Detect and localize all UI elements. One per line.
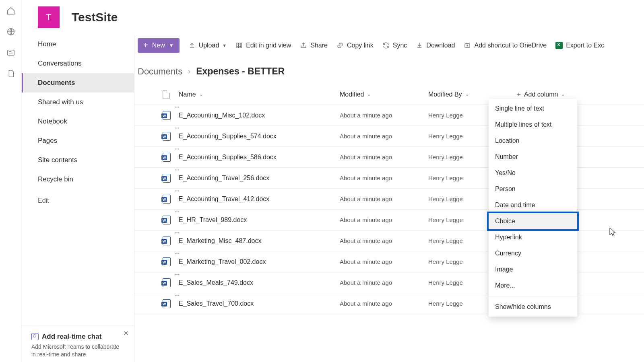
svg-rect-1 — [7, 50, 14, 56]
sidebar-item-shared-with-us[interactable]: Shared with us — [22, 93, 134, 112]
share-button[interactable]: Share — [300, 42, 328, 49]
word-file-icon — [163, 237, 171, 245]
col-modified[interactable]: Modified ⌄ — [340, 91, 428, 98]
chevron-down-icon: ▼ — [169, 43, 174, 48]
file-name[interactable]: ⁺⁺E_HR_Travel_989.docx — [179, 216, 340, 224]
menu-item-hyperlink[interactable]: Hyperlink — [489, 229, 577, 245]
doc-type-icon[interactable] — [163, 90, 170, 99]
file-modified: About a minute ago — [340, 154, 428, 160]
share-label: Share — [310, 42, 328, 49]
col-modified-by[interactable]: Modified By ⌄ — [428, 91, 517, 98]
menu-item-show-hide-columns[interactable]: Show/hide columns — [489, 299, 577, 315]
menu-item-person[interactable]: Person — [489, 181, 577, 197]
site-title[interactable]: TestSite — [72, 10, 118, 24]
chevron-down-icon: ⌄ — [367, 92, 371, 97]
files-icon[interactable] — [6, 69, 15, 78]
file-modified: About a minute ago — [340, 195, 428, 202]
sidebar-item-pages[interactable]: Pages — [22, 131, 134, 150]
word-file-icon — [163, 299, 171, 308]
add-column-button[interactable]: + Add column ⌄ — [517, 90, 644, 99]
chevron-right-icon: › — [188, 67, 190, 76]
chevron-down-icon: ⌄ — [465, 92, 469, 97]
menu-item-more-[interactable]: More... — [489, 278, 577, 294]
menu-item-date-and-time[interactable]: Date and time — [489, 197, 577, 213]
file-name[interactable]: ⁺⁺E_Accounting_Supplies_586.docx — [179, 154, 340, 161]
new-indicator-icon: ⁺⁺ — [175, 105, 180, 111]
sidebar-item-home[interactable]: Home — [22, 35, 134, 54]
file-modified: About a minute ago — [340, 258, 428, 265]
sidebar-item-conversations[interactable]: Conversations — [22, 54, 134, 73]
new-indicator-icon: ⁺⁺ — [175, 168, 180, 173]
word-file-icon — [163, 153, 171, 162]
file-modified: About a minute ago — [340, 300, 428, 307]
word-file-icon — [163, 278, 171, 287]
word-file-icon — [163, 174, 171, 183]
menu-item-location[interactable]: Location — [489, 133, 577, 149]
breadcrumb: Documents › Expenses - BETTER — [134, 56, 644, 81]
news-icon[interactable] — [6, 48, 15, 57]
breadcrumb-current: Expenses - BETTER — [196, 66, 285, 77]
menu-item-multiple-lines-of-text[interactable]: Multiple lines of text — [489, 117, 577, 133]
app-rail — [0, 0, 22, 362]
site-logo[interactable]: T — [38, 6, 60, 28]
file-name[interactable]: ⁺⁺E_Accounting_Travel_412.docx — [179, 195, 340, 203]
teams-icon — [31, 333, 39, 340]
new-indicator-icon: ⁺⁺ — [175, 252, 180, 257]
upload-button[interactable]: Upload ▼ — [188, 42, 227, 49]
download-button[interactable]: Download — [416, 42, 455, 49]
sidebar-item-site-contents[interactable]: Site contents — [22, 150, 134, 170]
file-modified: About a minute ago — [340, 175, 428, 181]
menu-item-choice[interactable]: Choice — [489, 213, 577, 229]
close-icon[interactable]: × — [124, 329, 128, 338]
file-modified: About a minute ago — [340, 279, 428, 286]
menu-item-single-line-of-text[interactable]: Single line of text — [489, 101, 577, 117]
file-name[interactable]: ⁺⁺E_Marketing_Misc_487.docx — [179, 237, 340, 245]
copy-link-button[interactable]: Copy link — [336, 42, 374, 49]
word-file-icon — [163, 111, 171, 120]
grid-label: Edit in grid view — [246, 42, 291, 49]
home-icon[interactable] — [6, 6, 15, 15]
sidebar-item-documents[interactable]: Documents — [22, 73, 134, 93]
col-name-label: Name — [179, 91, 196, 98]
promo-body: Add Microsoft Teams to collaborate in re… — [31, 343, 124, 359]
menu-item-image[interactable]: Image — [489, 261, 577, 278]
main-area: + New ▼ Upload ▼ Edit in grid view Share… — [134, 35, 644, 362]
sidebar-item-recycle-bin[interactable]: Recycle bin — [22, 170, 134, 189]
col-name[interactable]: Name ⌄ — [179, 91, 340, 98]
add-shortcut-button[interactable]: Add shortcut to OneDrive — [464, 42, 547, 49]
new-button[interactable]: + New ▼ — [138, 38, 180, 53]
file-modified: About a minute ago — [340, 133, 428, 140]
svg-rect-2 — [237, 43, 242, 48]
file-name[interactable]: ⁺⁺E_Accounting_Misc_102.docx — [179, 112, 340, 119]
chevron-down-icon: ⌄ — [561, 92, 565, 97]
new-indicator-icon: ⁺⁺ — [175, 126, 180, 132]
promo-title-text: Add real-time chat — [42, 333, 101, 341]
menu-item-currency[interactable]: Currency — [489, 245, 577, 261]
sidebar-item-notebook[interactable]: Notebook — [22, 112, 134, 131]
plus-icon: + — [143, 41, 148, 50]
col-modifiedby-label: Modified By — [428, 91, 462, 98]
sync-button[interactable]: Sync — [382, 42, 407, 49]
add-column-label: Add column — [524, 91, 558, 98]
file-name[interactable]: ⁺⁺E_Accounting_Travel_256.docx — [179, 175, 340, 182]
command-bar: + New ▼ Upload ▼ Edit in grid view Share… — [134, 35, 644, 56]
breadcrumb-root[interactable]: Documents — [138, 66, 182, 77]
upload-label: Upload — [199, 42, 219, 49]
export-excel-button[interactable]: Export to Exc — [555, 42, 604, 49]
menu-item-yes-no[interactable]: Yes/No — [489, 165, 577, 181]
globe-icon[interactable] — [6, 27, 15, 36]
file-name[interactable]: ⁺⁺E_Sales_Meals_749.docx — [179, 279, 340, 286]
grid-view-button[interactable]: Edit in grid view — [235, 42, 291, 49]
site-header: T TestSite — [22, 0, 644, 35]
chevron-down-icon: ▼ — [222, 43, 227, 48]
copylink-label: Copy link — [347, 42, 374, 49]
file-name[interactable]: ⁺⁺E_Accounting_Supplies_574.docx — [179, 133, 340, 140]
shortcut-label: Add shortcut to OneDrive — [474, 42, 547, 49]
add-column-menu: Single line of textMultiple lines of tex… — [489, 99, 577, 317]
sync-label: Sync — [393, 42, 407, 49]
file-name[interactable]: ⁺⁺E_Marketing_Travel_002.docx — [179, 258, 340, 265]
menu-item-number[interactable]: Number — [489, 149, 577, 165]
nav-edit[interactable]: Edit — [22, 189, 134, 210]
word-file-icon — [163, 132, 171, 141]
file-name[interactable]: ⁺⁺E_Sales_Travel_700.docx — [179, 300, 340, 307]
